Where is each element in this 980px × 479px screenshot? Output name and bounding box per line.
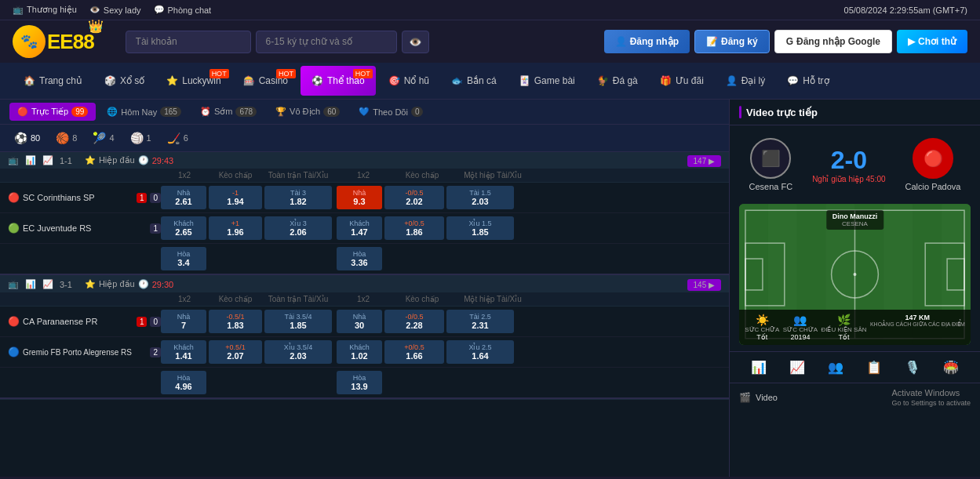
team-row-0-0: 🔴 SC Corinthians SP 1 0 Nhà 2.61 -1 1.94… <box>0 183 729 213</box>
nav-no-hu[interactable]: 🎯 Nổ hũ <box>377 66 440 96</box>
password-input[interactable] <box>256 31 397 53</box>
stream-icon-1: 📺 <box>8 279 19 289</box>
logo-text-area: EE88 👑 <box>47 30 94 54</box>
odd-keo-khach-btn-0[interactable]: +1 1.96 <box>209 216 262 240</box>
odd-tai-r-btn-0[interactable]: Tài 1.5 2.03 <box>446 186 514 209</box>
phong-chat[interactable]: 💬 Phòng chat <box>154 5 212 15</box>
right-panel: Video trực tiếp ⬛ Cesena FC 2-0 Nghỉ giữ… <box>729 100 980 477</box>
tab-vo-dich[interactable]: 🏆 Vô Địch 60 <box>268 103 348 121</box>
rb-tab-stats[interactable]: 📊 <box>745 357 773 378</box>
sport-volleyball[interactable]: 🏐 1 <box>126 129 156 147</box>
play-button[interactable]: ▶ Chơi thử <box>897 30 967 53</box>
sexy-lady[interactable]: 👁️ Sexy lady <box>89 5 141 15</box>
odd-keo-btn-0[interactable]: -1 1.94 <box>209 186 262 209</box>
match-id-0: 1-1 <box>60 156 72 165</box>
toggle-password-button[interactable]: 👁️ <box>402 31 429 53</box>
odd-nha-1-0[interactable]: Nhà 7 <box>161 310 206 333</box>
odd-tai-1-0[interactable]: Tài 3.5/4 1.85 <box>264 310 332 333</box>
star-icon[interactable]: ⭐ <box>85 155 96 165</box>
odd-keo-khach-1-1[interactable]: +0.5/1 2.07 <box>209 340 262 364</box>
odd-keo-r2-1-1[interactable]: +0/0.5 1.66 <box>384 340 444 364</box>
odd-nha-r-1-0[interactable]: Nhà 30 <box>337 310 382 333</box>
top-bar-left: 📺 Thương hiệu 👁️ Sexy lady 💬 Phòng chat <box>13 5 211 15</box>
odd-khach-r-1-1[interactable]: Khách 1.02 <box>337 340 382 364</box>
odd-nha-btn-0[interactable]: Nhà 2.61 <box>161 186 206 209</box>
volleyball-icon: 🏐 <box>130 132 144 144</box>
team-name-1-0: CA Paranaense PR <box>23 317 97 326</box>
stat-distance: 147 KM KHOẢNG CÁCH GIỮA CÁC ĐỊA ĐIỂM <box>870 314 965 341</box>
rb-tab-stadium[interactable]: 🏟️ <box>937 357 965 378</box>
hockey-icon: 🏒 <box>167 132 180 144</box>
vo-dich-count: 60 <box>323 107 340 117</box>
rb-tab-chart[interactable]: 📈 <box>783 357 811 378</box>
nav-ban-ca[interactable]: 🐟 Bắn cá <box>440 66 508 96</box>
login-form: 👁️ <box>126 31 429 53</box>
hot-badge-casino: HOT <box>276 69 296 78</box>
nav-uu-dai[interactable]: 🎁 Ưu đãi <box>649 66 715 96</box>
hoa-btn-left-1[interactable]: Hòa 4.96 <box>161 371 206 394</box>
match-block-1: 📺 📊 📈 3-1 ⭐ Hiệp đầu 🕐 29:30 145 ▶ 1x2 K… <box>0 276 729 400</box>
football-field: Dino Manuzzi CESENA ☀️ SỨC CHỮA Tốt 👥 SỨ… <box>739 204 971 345</box>
hot-badge-sports: HOT <box>353 69 373 78</box>
google-login-button[interactable]: G Đăng nhập Google <box>774 30 892 53</box>
hoa-btn-left-0[interactable]: Hòa 3.4 <box>161 247 206 270</box>
odd-xiu-1-1[interactable]: Xỉu 3.5/4 2.03 <box>264 340 332 364</box>
team-name-col: 🔴 SC Corinthians SP 1 0 <box>8 192 161 203</box>
odd-khach-btn-0[interactable]: Khách 2.65 <box>161 216 206 240</box>
tab-theo-doi[interactable]: 💙 Theo Dõi 0 <box>351 103 431 121</box>
video-header-bar <box>739 106 741 118</box>
tab-som[interactable]: ⏰ Sớm 678 <box>192 103 264 121</box>
hoa-btn-right-0[interactable]: Hòa 3.36 <box>337 247 382 270</box>
sport-soccer[interactable]: ⚽ 80 <box>9 129 45 147</box>
thuong-hieu[interactable]: 📺 Thương hiệu <box>13 5 77 15</box>
odd-keo-r2-btn-0[interactable]: +0/0.5 1.86 <box>384 216 444 240</box>
odd-keo-r-1-0[interactable]: -0/0.5 2.28 <box>384 310 444 333</box>
odd-xiu-r-1-1[interactable]: Xỉu 2.5 1.64 <box>446 340 514 364</box>
register-button[interactable]: 📝 Đăng ký <box>694 30 770 53</box>
rb-tab-commentary[interactable]: 🎙️ <box>898 357 927 378</box>
nav-xo-so[interactable]: 🎲 Xổ số <box>93 66 155 96</box>
username-input[interactable] <box>126 31 251 53</box>
nav-the-thao[interactable]: ⚽ Thể thao HOT <box>301 66 376 96</box>
odd-xiu-btn-0[interactable]: Xỉu 3 2.06 <box>264 216 332 240</box>
stream-icon: 📺 <box>8 155 19 165</box>
logo-icon: 🐾 <box>13 25 46 58</box>
star-icon-1[interactable]: ⭐ <box>85 279 96 289</box>
login-button[interactable]: 👤 Đăng nhập <box>604 30 690 53</box>
nav-luckywin[interactable]: ⭐ Luckywin HOT <box>155 66 231 96</box>
rb-tab-lineups[interactable]: 👥 <box>822 357 850 378</box>
chart-icon-1: 📈 <box>42 279 53 289</box>
odd-nha-hl-btn-0[interactable]: Nhà 9.3 <box>337 186 382 209</box>
odd-khach-1-1[interactable]: Khách 1.41 <box>161 340 206 364</box>
odd-tai-btn-0[interactable]: Tài 3 1.82 <box>264 186 332 209</box>
tab-hom-nay[interactable]: 🌐 Hôm Nay 165 <box>99 103 189 121</box>
sport-hockey[interactable]: 🏒 6 <box>162 129 193 147</box>
col-headers-0: 1x2 Kèo chấp Toàn trận Tài/Xỉu 1x2 Kèo c… <box>0 169 729 183</box>
field-stats: ☀️ SỨC CHỮA Tốt 👥 SỨC CHỨA 20194 🌿 ĐIỀU … <box>739 310 971 345</box>
nav-game-bai[interactable]: 🃏 Game bài <box>508 66 586 96</box>
odd-keo-r-btn-0[interactable]: -0/0.5 2.02 <box>384 186 444 209</box>
svg-point-12 <box>854 273 857 276</box>
odd-keo-1-0[interactable]: -0.5/1 1.83 <box>209 310 262 333</box>
nav-da-ga[interactable]: 🐓 Đá gà <box>586 66 649 96</box>
nav-trang-chu[interactable]: 🏠 Trang chủ <box>13 66 93 96</box>
right-bottom-tabs: 📊 📈 👥 📋 🎙️ 🏟️ <box>730 351 980 383</box>
nav-dai-ly[interactable]: 👤 Đại lý <box>715 66 776 96</box>
sport-basketball[interactable]: 🏀 8 <box>51 129 82 147</box>
odd-khach-r-btn-0[interactable]: Khách 1.47 <box>337 216 382 240</box>
video-tab[interactable]: 🎬 Video Activate WindowsGo to Settings t… <box>730 383 980 412</box>
odd-tai-r-1-0[interactable]: Tài 2.5 2.31 <box>446 310 514 333</box>
team-name-0-0: SC Corinthians SP <box>23 193 95 202</box>
nav-casino[interactable]: 🎰 Casino HOT <box>232 66 299 96</box>
tab-truc-tiep[interactable]: 🔴 Trực Tiếp 99 <box>9 103 96 121</box>
hoa-btn-right-1[interactable]: Hòa 13.9 <box>337 371 382 394</box>
hom-nay-count: 165 <box>160 107 181 117</box>
nav-ho-tro[interactable]: 💬 Hỗ trợ <box>776 66 840 96</box>
stat-capacity: 👥 SỨC CHỨA 20194 <box>783 314 818 341</box>
odd-xiu-r-btn-0[interactable]: Xỉu 1.5 1.85 <box>446 216 514 240</box>
som-count: 678 <box>235 107 257 117</box>
header: 🐾 EE88 👑 👁️ 👤 Đăng nhập 📝 Đăng ký G Đăng… <box>0 20 980 63</box>
top-bar: 📺 Thương hiệu 👁️ Sexy lady 💬 Phòng chat … <box>0 0 980 20</box>
rb-tab-list[interactable]: 📋 <box>860 357 888 378</box>
sport-tennis[interactable]: 🎾 4 <box>88 129 118 147</box>
